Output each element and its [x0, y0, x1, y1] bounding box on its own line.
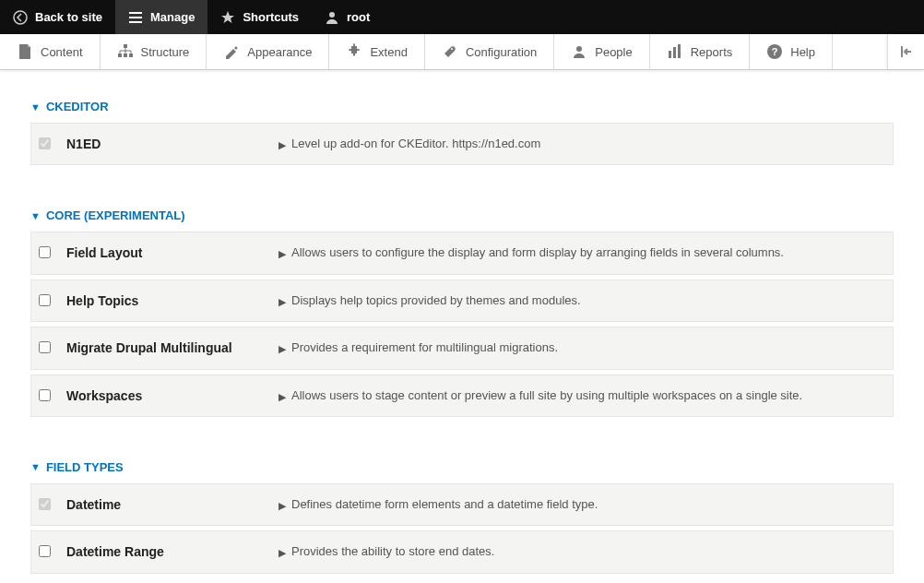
module-description-text: Provides the ability to store end dates. [291, 543, 494, 560]
module-group-heading[interactable]: ▼CORE (EXPERIMENTAL) [30, 208, 894, 222]
module-description-text: Allows users to configure the display an… [291, 244, 784, 261]
tab-content[interactable]: Content [0, 34, 101, 69]
user-menu[interactable]: root [312, 0, 383, 34]
module-description-text: Displays help topics provided by themes … [291, 292, 581, 309]
module-description-text: Allows users to stage content or preview… [291, 387, 802, 404]
module-enable-checkbox[interactable] [39, 294, 51, 306]
details-toggle-icon[interactable]: ▶ [278, 546, 286, 560]
user-icon [325, 10, 339, 25]
module-group-heading[interactable]: ▼CKEDITOR [30, 100, 894, 113]
shortcuts-label: Shortcuts [243, 10, 299, 24]
module-name: Migrate Drupal Multilingual [66, 339, 278, 356]
details-toggle-icon[interactable]: ▶ [278, 390, 286, 404]
tab-help-label: Help [790, 45, 815, 59]
svg-text:?: ? [772, 46, 778, 57]
module-row: Migrate Drupal Multilingual▶Provides a r… [30, 327, 894, 369]
module-description: ▶Level up add-on for CKEditor. https://n… [278, 136, 880, 152]
hamburger-icon [128, 10, 143, 25]
disclosure-triangle-icon: ▼ [30, 461, 41, 472]
tab-configuration-label: Configuration [466, 45, 537, 59]
module-name: N1ED [66, 136, 278, 152]
back-to-site-link[interactable]: Back to site [0, 0, 115, 34]
collapse-icon [899, 44, 914, 59]
details-toggle-icon[interactable]: ▶ [278, 342, 286, 356]
module-description: ▶Provides a requirement for multilingual… [278, 339, 880, 356]
manage-label: Manage [150, 10, 195, 24]
tab-people-label: People [595, 45, 632, 59]
tab-people[interactable]: People [554, 34, 649, 69]
module-group-title: CORE (EXPERIMENTAL) [46, 208, 185, 222]
module-description-text: Provides a requirement for multilingual … [291, 339, 558, 356]
module-enable-checkbox[interactable] [39, 545, 51, 557]
help-icon: ? [766, 43, 783, 60]
svg-rect-5 [129, 54, 133, 57]
module-row: N1ED▶Level up add-on for CKEditor. https… [30, 123, 894, 165]
admin-secondary-nav: Content Structure Appearance Extend Conf… [0, 34, 924, 70]
user-label: root [347, 10, 370, 24]
disclosure-triangle-icon: ▼ [30, 101, 41, 113]
back-arrow-icon [13, 10, 28, 25]
module-description: ▶Defines datetime form elements and a da… [278, 496, 880, 513]
module-row: Datetime Range▶Provides the ability to s… [30, 530, 894, 573]
tab-appearance[interactable]: Appearance [207, 34, 329, 69]
module-enable-checkbox [39, 498, 51, 510]
tab-appearance-label: Appearance [247, 45, 312, 59]
module-row: Datetime▶Defines datetime form elements … [30, 483, 894, 526]
svg-rect-8 [673, 47, 676, 58]
toolbar-orientation-toggle[interactable] [887, 34, 924, 69]
tab-reports-label: Reports [691, 45, 733, 59]
module-name: Datetime [66, 496, 278, 513]
details-toggle-icon[interactable]: ▶ [278, 295, 286, 309]
module-name: Field Layout [66, 244, 278, 261]
star-icon [220, 10, 235, 25]
module-description: ▶Allows users to stage content or previe… [278, 387, 880, 404]
module-description-text: Level up add-on for CKEditor. https://n1… [291, 136, 540, 152]
module-description: ▶Displays help topics provided by themes… [278, 292, 880, 309]
reports-icon [667, 43, 683, 60]
svg-point-6 [576, 46, 582, 52]
disclosure-triangle-icon: ▼ [30, 210, 41, 221]
extend-modules-list: ▼CKEDITORN1ED▶Level up add-on for CKEdit… [0, 70, 924, 583]
module-row: Help Topics▶Displays help topics provide… [30, 280, 894, 322]
svg-rect-4 [124, 54, 127, 57]
content-icon [17, 43, 33, 60]
module-group-title: FIELD TYPES [46, 460, 124, 474]
module-enable-checkbox[interactable] [39, 341, 51, 353]
back-to-site-label: Back to site [35, 10, 102, 24]
tab-extend[interactable]: Extend [329, 34, 424, 69]
details-toggle-icon[interactable]: ▶ [278, 247, 286, 261]
tab-configuration[interactable]: Configuration [425, 34, 554, 69]
module-enable-checkbox[interactable] [39, 246, 51, 258]
svg-rect-9 [678, 44, 681, 58]
svg-rect-3 [118, 54, 122, 57]
appearance-icon [223, 43, 240, 60]
tab-content-label: Content [41, 45, 83, 59]
module-name: Datetime Range [66, 543, 278, 560]
svg-rect-7 [669, 51, 671, 58]
module-description: ▶Allows users to configure the display a… [278, 244, 880, 261]
tab-extend-label: Extend [370, 45, 407, 59]
module-enable-checkbox[interactable] [39, 389, 51, 401]
people-icon [571, 43, 587, 60]
details-toggle-icon[interactable]: ▶ [278, 138, 286, 152]
extend-icon [346, 43, 362, 60]
configuration-icon [442, 43, 458, 60]
module-row: Workspaces▶Allows users to stage content… [30, 375, 894, 417]
module-name: Help Topics [66, 292, 278, 309]
svg-point-0 [14, 11, 27, 24]
tab-structure[interactable]: Structure [101, 34, 207, 69]
module-row: Field Layout▶Allows users to configure t… [30, 232, 894, 274]
svg-rect-2 [124, 44, 127, 48]
tab-reports[interactable]: Reports [650, 34, 751, 69]
module-group-heading[interactable]: ▼FIELD TYPES [30, 460, 894, 474]
svg-point-1 [329, 12, 335, 18]
manage-toggle[interactable]: Manage [115, 0, 207, 34]
details-toggle-icon[interactable]: ▶ [278, 499, 286, 513]
module-group-title: CKEDITOR [46, 100, 109, 113]
tab-structure-label: Structure [141, 45, 190, 59]
module-description-text: Defines datetime form elements and a dat… [291, 496, 598, 513]
structure-icon [117, 43, 134, 60]
shortcuts-link[interactable]: Shortcuts [207, 0, 312, 34]
module-description: ▶Provides the ability to store end dates… [278, 543, 880, 560]
tab-help[interactable]: ? Help [750, 34, 833, 69]
